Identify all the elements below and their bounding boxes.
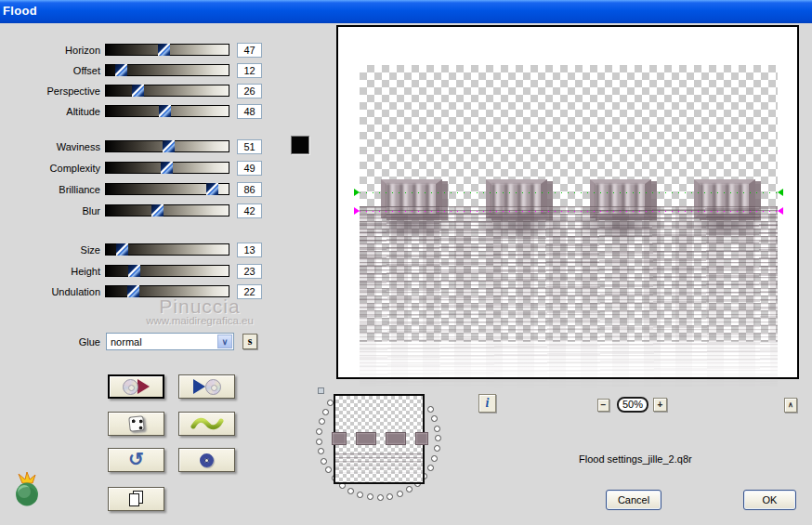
memory-dot[interactable] [406, 486, 413, 492]
color-swatch[interactable] [291, 136, 309, 154]
memory-dot[interactable] [322, 409, 329, 415]
title-bar[interactable]: Flood [0, 0, 812, 23]
slider-thumb[interactable] [206, 183, 218, 195]
waterline-handle-left[interactable] [354, 207, 360, 215]
flood-dialog: Flood Horizon Offset Perspective Altitud… [0, 0, 812, 525]
memory-dot[interactable] [434, 426, 440, 432]
memory-dot[interactable] [325, 466, 332, 473]
slider-value-input[interactable] [237, 43, 262, 58]
preview-panel[interactable] [336, 25, 799, 379]
memory-dot[interactable] [427, 406, 434, 413]
slider-label: Offset [7, 65, 100, 76]
slider-thumb[interactable] [163, 140, 175, 152]
memory-dot[interactable] [321, 458, 327, 465]
zoom-level[interactable]: 50% [617, 397, 648, 413]
slider-value-input[interactable] [237, 104, 262, 119]
slider-thumb[interactable] [158, 44, 170, 56]
memory-dot[interactable] [431, 455, 438, 462]
green-wave-icon [190, 416, 224, 431]
glue-dropdown[interactable]: normal ∨ [106, 333, 234, 350]
slider-value-input[interactable] [237, 161, 262, 176]
info-button[interactable]: i [478, 394, 496, 413]
slider-track[interactable] [105, 204, 229, 217]
reset-button[interactable] [178, 448, 235, 472]
s-button[interactable]: s [242, 334, 257, 349]
slider-label: Complexity [7, 163, 100, 174]
memory-dot[interactable] [386, 493, 393, 500]
slider-value-input[interactable] [237, 243, 262, 257]
horizon-handle-left[interactable] [354, 189, 360, 196]
cd-icon [205, 379, 221, 395]
waterline-guide-line[interactable] [354, 211, 783, 212]
save-settings-button[interactable] [108, 374, 164, 399]
copy-button[interactable] [108, 487, 164, 511]
load-settings-button[interactable] [178, 374, 235, 399]
slider-track[interactable] [105, 85, 229, 97]
memory-dot[interactable] [347, 488, 354, 494]
slider-thumb[interactable] [151, 204, 164, 217]
thumb-object [386, 432, 406, 445]
slider-track[interactable] [105, 64, 229, 76]
memory-dot[interactable] [367, 493, 373, 500]
slider-row-horizon: Horizon [7, 43, 286, 58]
slider-track[interactable] [105, 265, 229, 277]
memory-dot[interactable] [377, 494, 384, 501]
slider-thumb[interactable] [161, 162, 173, 174]
preview-image-area[interactable] [360, 65, 778, 342]
ok-button[interactable]: OK [743, 490, 796, 510]
randomize-button[interactable] [108, 412, 164, 436]
slider-label: Size [7, 244, 100, 256]
slider-thumb[interactable] [128, 265, 140, 277]
horizon-handle-right[interactable] [778, 189, 783, 196]
cancel-button[interactable]: Cancel [606, 490, 661, 510]
chevron-down-icon[interactable]: ∨ [217, 335, 232, 348]
slider-value-input[interactable] [237, 203, 262, 218]
memory-dot[interactable] [319, 418, 325, 425]
slider-track[interactable] [105, 243, 229, 256]
reflection-blob [578, 212, 667, 240]
slider-value-input[interactable] [237, 264, 262, 279]
slider-row-altitude: Altitude [7, 104, 286, 119]
slider-value-input[interactable] [237, 139, 262, 154]
slider-label: Perspective [7, 85, 100, 97]
memory-dot[interactable] [357, 492, 363, 498]
slider-track[interactable] [105, 44, 229, 56]
memory-dot[interactable] [397, 491, 403, 497]
wave-random-button[interactable] [178, 412, 235, 436]
slider-track[interactable] [105, 183, 229, 195]
memory-slot-square[interactable] [318, 387, 324, 394]
slider-thumb[interactable] [132, 85, 144, 97]
slider-track[interactable] [105, 105, 229, 117]
slider-value-input[interactable] [237, 182, 262, 197]
waterline-handle-right[interactable] [778, 207, 783, 215]
slider-row-waviness: Waviness [7, 139, 286, 154]
collapse-button[interactable]: ∧ [784, 398, 797, 413]
settings-filename: Flood settings_jille_2.q8r [579, 453, 692, 465]
memory-dot[interactable] [431, 415, 438, 422]
zoom-in-button[interactable]: + [653, 398, 667, 412]
slider-thumb[interactable] [116, 243, 128, 256]
memory-dot[interactable] [316, 439, 322, 445]
slider-track[interactable] [105, 162, 229, 174]
slider-thumb[interactable] [115, 64, 127, 76]
slider-value-input[interactable] [237, 84, 262, 98]
undo-button[interactable]: ↺ [108, 448, 164, 472]
glue-label: Glue [56, 336, 100, 348]
watermark-url: www.maidiregrafica.eu [111, 315, 288, 326]
red-play-icon [138, 379, 150, 394]
reflection-blob [474, 212, 563, 240]
slider-thumb[interactable] [159, 105, 171, 117]
memory-dot[interactable] [434, 445, 440, 452]
window-title: Flood [3, 4, 37, 18]
slider-track[interactable] [105, 140, 229, 152]
memory-dot[interactable] [318, 448, 324, 454]
memory-dot[interactable] [427, 465, 434, 471]
preset-thumbnail[interactable] [334, 394, 425, 484]
glue-selected-value: normal [111, 336, 142, 348]
slider-value-input[interactable] [237, 63, 262, 78]
memory-dot[interactable] [435, 435, 441, 441]
slider-row-blur: Blur [7, 203, 286, 218]
horizon-guide-line[interactable] [354, 192, 783, 193]
memory-dot[interactable] [316, 428, 322, 435]
zoom-out-button[interactable]: − [597, 399, 609, 412]
